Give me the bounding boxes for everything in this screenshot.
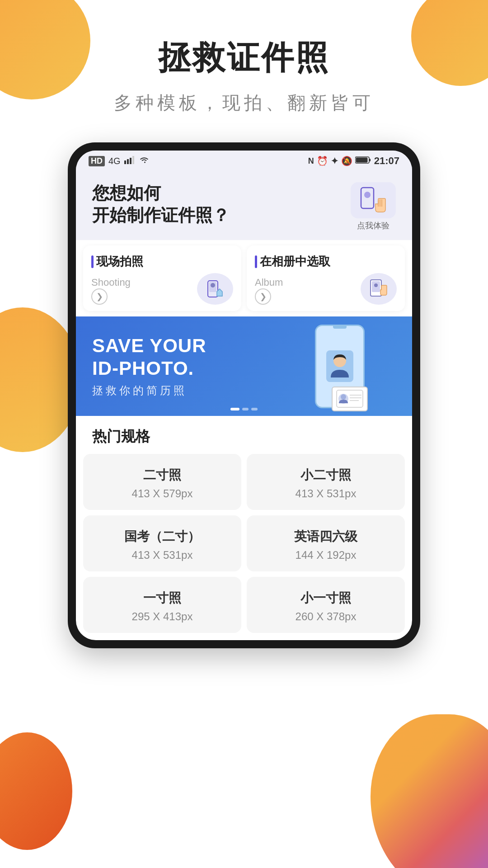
battery-icon: [355, 155, 371, 167]
banner-text-block: SAVE YOUR ID-PHOTO. 拯救你的简历照: [92, 335, 206, 398]
status-right-area: N ⏰ ✦ 🔕 21:07: [308, 155, 399, 167]
card-sub-album: Album: [255, 277, 283, 288]
card-body-shooting: Shooting ❯: [91, 273, 233, 305]
alarm-icon: ⏰: [317, 156, 328, 166]
card-illus-album: [361, 273, 397, 305]
card-title-row-shooting: 现场拍照: [91, 254, 233, 269]
header-icon-illustration: [351, 182, 396, 218]
svg-point-20: [374, 283, 378, 287]
grid-item-guokao[interactable]: 国考（二寸） 413 X 531px: [83, 515, 241, 571]
grid-item-name-1: 小二寸照: [258, 467, 394, 484]
banner-dot-3: [251, 408, 258, 410]
header-title-block: 您想如何 开始制作证件照？: [92, 182, 230, 227]
card-arrow-album[interactable]: ❯: [255, 288, 271, 305]
grid-item-english-test[interactable]: 英语四六级 144 X 192px: [247, 515, 405, 571]
grid-item-name-3: 英语四六级: [258, 528, 394, 545]
page-main-title: 拯救证件照: [158, 36, 330, 80]
svg-point-9: [364, 192, 371, 198]
grid-item-name-0: 二寸照: [94, 467, 230, 484]
id-card-mini: [332, 387, 368, 411]
svg-rect-6: [369, 159, 371, 161]
header-line1: 您想如何: [92, 182, 230, 204]
mini-phone-notch: [333, 326, 347, 329]
status-bar: HD 4G N ⏰ ✦ 🔕 21: [76, 151, 412, 171]
action-card-shooting[interactable]: 现场拍照 Shooting ❯: [83, 245, 241, 311]
phone-mockup: HD 4G N ⏰ ✦ 🔕 21: [68, 142, 420, 648]
promo-banner[interactable]: SAVE YOUR ID-PHOTO. 拯救你的简历照: [76, 316, 412, 416]
decorative-blob-bottom-left: [0, 732, 72, 850]
grid-item-size-4: 295 X 413px: [94, 610, 230, 623]
grid-item-name-5: 小一寸照: [258, 590, 394, 607]
banner-dots: [230, 408, 258, 410]
card-title-row-album: 在相册中选取: [255, 254, 397, 269]
header-line2: 开始制作证件照？: [92, 204, 230, 226]
banner-dot-1: [230, 408, 239, 410]
bluetooth-icon: ✦: [331, 156, 338, 166]
card-accent-shooting: [91, 255, 94, 268]
wifi-icon: [139, 155, 150, 167]
card-sub-shooting: Shooting: [91, 277, 131, 288]
grid-item-name-2: 国考（二寸）: [94, 528, 230, 545]
grid-item-size-0: 413 X 579px: [94, 487, 230, 500]
grid-item-size-2: 413 X 531px: [94, 549, 230, 561]
grid-item-small-erzun[interactable]: 小二寸照 413 X 531px: [247, 454, 405, 510]
banner-big-text-line1: SAVE YOUR: [92, 335, 206, 357]
banner-illustration: [277, 316, 403, 416]
action-cards-row: 现场拍照 Shooting ❯: [76, 240, 412, 316]
header-icon-area[interactable]: 点我体验: [351, 182, 396, 231]
card-accent-album: [255, 255, 257, 268]
card-body-album: Album ❯: [255, 273, 397, 305]
card-title-shooting: 现场拍照: [96, 254, 143, 269]
time-display: 21:07: [374, 155, 399, 167]
card-title-album: 在相册中选取: [260, 254, 330, 269]
grid-item-erzun[interactable]: 二寸照 413 X 579px: [83, 454, 241, 510]
status-left-icons: HD 4G: [89, 155, 150, 167]
svg-point-24: [341, 394, 346, 400]
action-card-album[interactable]: 在相册中选取 Album ❯: [247, 245, 405, 311]
signal-icon: 4G: [108, 156, 121, 166]
network-signal-icon: [124, 155, 135, 167]
grid-item-small-yizun[interactable]: 小一寸照 260 X 378px: [247, 577, 405, 633]
section-hot-title: 热门规格: [76, 416, 412, 454]
page-sub-title: 多种模板，现拍、翻新皆可: [114, 90, 374, 115]
decorative-blob-bottom-right: [371, 714, 488, 868]
card-illus-shooting: [197, 273, 233, 305]
svg-rect-1: [127, 159, 129, 164]
hd-badge: HD: [89, 156, 105, 166]
grid-item-size-3: 144 X 192px: [258, 549, 394, 561]
header-icon-label: 点我体验: [357, 220, 389, 231]
svg-rect-5: [356, 158, 367, 163]
svg-rect-2: [130, 158, 131, 164]
banner-dot-2: [242, 408, 249, 410]
svg-point-16: [211, 283, 215, 288]
grid-item-name-4: 一寸照: [94, 590, 230, 607]
mini-phone-in-banner: [315, 325, 365, 408]
svg-rect-3: [132, 156, 134, 164]
svg-rect-0: [124, 160, 126, 164]
mute-icon: 🔕: [341, 156, 352, 166]
app-header: 您想如何 开始制作证件照？: [76, 171, 412, 240]
grid-item-yizun[interactable]: 一寸照 295 X 413px: [83, 577, 241, 633]
grid-item-size-5: 260 X 378px: [258, 610, 394, 623]
nfc-icon: N: [308, 156, 314, 166]
card-arrow-shooting[interactable]: ❯: [91, 288, 108, 305]
mini-avatar-in-phone: [326, 350, 353, 382]
banner-sub-text: 拯救你的简历照: [92, 383, 206, 398]
grid-item-size-1: 413 X 531px: [258, 487, 394, 500]
phone-screen: HD 4G N ⏰ ✦ 🔕 21: [76, 151, 412, 640]
photo-size-grid: 二寸照 413 X 579px 小二寸照 413 X 531px 国考（二寸） …: [76, 454, 412, 640]
banner-big-text-line2: ID-PHOTO.: [92, 357, 206, 380]
